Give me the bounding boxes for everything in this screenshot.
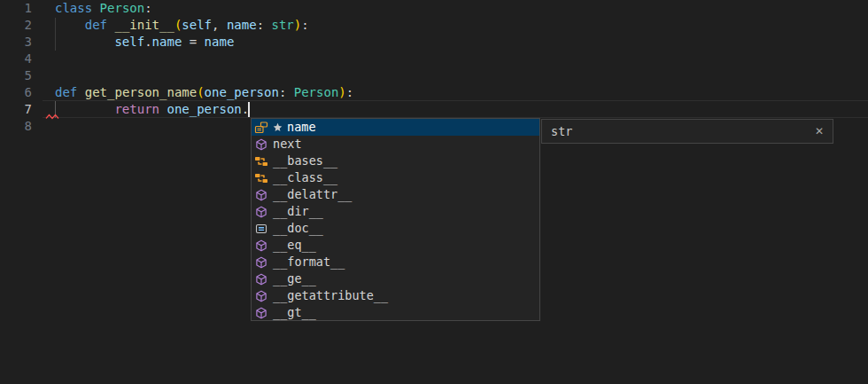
suggestion-label: __eq__ — [273, 237, 316, 254]
line-number: 5 — [0, 67, 32, 84]
method-icon — [254, 239, 268, 253]
suggestion-label: next — [273, 136, 302, 153]
method-icon — [254, 306, 268, 320]
suggestion-label: __ge__ — [273, 270, 316, 287]
star-icon — [273, 122, 283, 132]
line-number: 6 — [0, 84, 32, 101]
suggest-docs-panel: str ✕ — [541, 119, 833, 144]
suggestion-item[interactable]: __doc__ — [252, 220, 539, 237]
line-number: 8 — [0, 118, 32, 135]
method-icon — [254, 137, 268, 152]
class-icon — [254, 171, 268, 185]
suggestion-item[interactable]: __class__ — [252, 169, 539, 186]
code-line[interactable]: def get_person_name(one_person: Person): — [55, 84, 353, 101]
suggestion-item[interactable]: __eq__ — [252, 237, 539, 254]
docs-text: str — [551, 124, 572, 138]
suggestion-label: __doc__ — [273, 220, 323, 237]
suggestion-label: __format__ — [273, 254, 345, 270]
code-line[interactable]: return one_person. — [55, 101, 249, 118]
suggestion-label: __bases__ — [273, 153, 337, 169]
suggestion-label: __delattr__ — [273, 186, 352, 203]
line-number: 2 — [0, 17, 32, 34]
suggestion-label: __getattribute__ — [273, 287, 388, 304]
method-icon — [254, 272, 268, 286]
suggestion-label: name — [287, 119, 316, 136]
suggestion-label: __gt__ — [273, 304, 316, 321]
method-icon — [254, 289, 268, 303]
suggest-widget[interactable]: name next __bases__ __class__ __delattr_… — [251, 118, 540, 321]
suggestion-item[interactable]: __getattribute__ — [252, 287, 539, 304]
line-number: 4 — [0, 51, 32, 67]
line-number: 3 — [0, 34, 32, 51]
close-icon[interactable]: ✕ — [815, 126, 824, 137]
method-icon — [254, 188, 268, 202]
suggestion-item[interactable]: __format__ — [252, 254, 539, 270]
suggestion-label: __dir__ — [273, 203, 323, 220]
suggestion-label: __class__ — [273, 169, 337, 186]
code-line[interactable]: def __init__(self, name: str): — [55, 17, 309, 34]
field-icon — [254, 121, 268, 135]
code-editor[interactable]: 12345678 class Person: def __init__(self… — [0, 0, 868, 384]
suggestion-item[interactable]: name — [252, 119, 539, 136]
suggestion-item[interactable]: __gt__ — [252, 304, 539, 321]
constant-icon — [254, 222, 268, 236]
class-icon — [254, 154, 268, 168]
line-number: 1 — [0, 0, 32, 17]
code-line[interactable]: self.name = name — [55, 34, 234, 51]
code-line[interactable]: class Person: — [55, 0, 152, 17]
line-number: 7 — [0, 101, 32, 118]
method-icon — [254, 205, 268, 219]
suggestion-item[interactable]: __delattr__ — [252, 186, 539, 203]
suggestion-item[interactable]: __bases__ — [252, 153, 539, 169]
method-icon — [254, 255, 268, 270]
suggestion-item[interactable]: next — [252, 136, 539, 153]
suggestion-item[interactable]: __ge__ — [252, 270, 539, 287]
suggestion-item[interactable]: __dir__ — [252, 203, 539, 220]
